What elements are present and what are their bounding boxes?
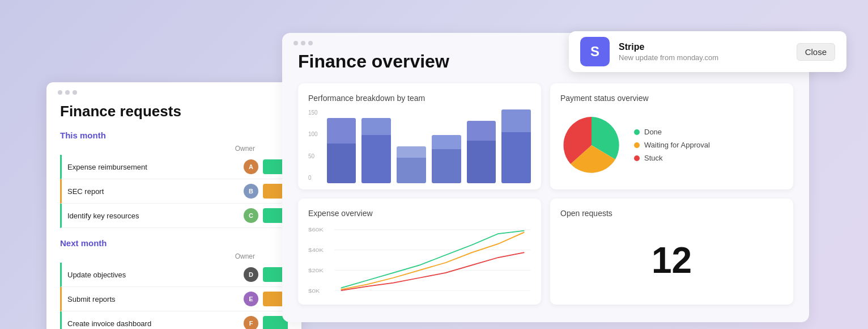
pie-chart [560, 114, 623, 176]
svg-text:$60K: $60K [308, 227, 324, 233]
bar-chart: 0 50 100 150 [308, 109, 531, 180]
overview-grid: Performance breakdown by team 0 50 100 1… [298, 83, 793, 305]
finance-requests-title: Finance requests [60, 103, 288, 120]
open-requests-title: Open requests [560, 209, 783, 218]
avatar: E [244, 292, 258, 306]
open-requests-card: Open requests 12 [550, 199, 793, 305]
stripe-title: Stripe [619, 42, 788, 52]
dot-2 [65, 90, 70, 95]
line-chart-area: $60K $40K $20K $0K [308, 225, 531, 296]
y-label: 100 [308, 131, 318, 137]
task-row[interactable]: Expense reimbursement A [60, 155, 288, 179]
y-label: 0 [308, 175, 318, 181]
y-label: 150 [308, 109, 318, 116]
svg-text:$0K: $0K [308, 288, 320, 294]
bar-group [501, 109, 531, 183]
task-label: Identify key resources [67, 212, 239, 220]
bar-group [397, 146, 426, 183]
bar-group [327, 118, 356, 183]
dot-1 [58, 90, 62, 95]
y-label: 50 [308, 153, 318, 159]
task-row[interactable]: Create invoice dashboard F [60, 311, 288, 329]
payment-status-card: Payment status overview Done [550, 83, 793, 189]
legend-label-done: Done [644, 128, 662, 136]
y-labels: 0 50 100 150 [308, 109, 318, 183]
legend-item-done: Done [634, 128, 710, 136]
task-label: Create invoice dashboard [67, 319, 239, 328]
svg-text:$20K: $20K [308, 268, 324, 273]
stripe-icon-letter: S [590, 44, 599, 60]
dot-3 [308, 41, 313, 45]
bar-group [467, 121, 496, 183]
stripe-text: Stripe New update from monday.com [619, 42, 788, 62]
bar-group [361, 118, 391, 183]
task-row[interactable]: SEC report B [60, 179, 288, 204]
task-label: Update objectives [67, 271, 239, 279]
task-row[interactable]: Submit reports E [60, 287, 288, 311]
finance-overview-panel: Finance overview Performance breakdown b… [282, 33, 809, 322]
line-chart-svg: $60K $40K $20K $0K [308, 225, 531, 296]
panel-window-dots [58, 90, 77, 95]
avatar: F [244, 316, 258, 329]
task-label: Expense reimbursement [67, 163, 239, 171]
dot-2 [301, 41, 305, 45]
task-label: Submit reports [67, 295, 239, 303]
legend: Done Waiting for Approval Stuck [634, 128, 710, 162]
finance-requests-panel: Finance requests This month Owner Expens… [46, 82, 301, 329]
chart-area: 0 50 100 150 [308, 109, 531, 185]
performance-card: Performance breakdown by team 0 50 100 1… [298, 83, 541, 189]
legend-dot-waiting [634, 142, 640, 148]
owner-label-next-month: Owner [60, 252, 288, 260]
dot-1 [293, 41, 298, 45]
stripe-icon: S [580, 37, 610, 66]
expense-overview-card: Expense overview $60K $40K $20K $0K [298, 199, 541, 305]
svg-text:$40K: $40K [308, 247, 324, 253]
task-row[interactable]: Identify key resources C [60, 204, 288, 228]
avatar: D [244, 267, 258, 282]
this-month-label: This month [60, 130, 288, 140]
stripe-subtitle: New update from monday.com [619, 53, 788, 62]
legend-label-stuck: Stuck [644, 154, 663, 162]
avatar: B [244, 184, 258, 199]
stripe-notification: S Stripe New update from monday.com Clos… [569, 31, 846, 72]
expense-overview-title: Expense overview [308, 209, 531, 218]
legend-dot-done [634, 129, 640, 135]
performance-card-title: Performance breakdown by team [308, 94, 531, 103]
open-requests-count: 12 [560, 225, 783, 296]
overview-window-dots [293, 41, 313, 45]
avatar: A [244, 159, 258, 174]
legend-item-stuck: Stuck [634, 154, 710, 162]
bar-group [432, 135, 461, 183]
legend-dot-stuck [634, 155, 640, 161]
legend-item-waiting: Waiting for Approval [634, 141, 710, 149]
task-label: SEC report [67, 187, 239, 196]
avatar: C [244, 208, 258, 223]
owner-label-this-month: Owner [60, 145, 288, 153]
dot-3 [73, 90, 77, 95]
payment-status-title: Payment status overview [560, 94, 783, 103]
stripe-close-button[interactable]: Close [797, 43, 835, 61]
task-row[interactable]: Update objectives D [60, 263, 288, 287]
pie-container: Done Waiting for Approval Stuck [560, 109, 783, 180]
legend-label-waiting: Waiting for Approval [644, 141, 710, 149]
next-month-label: Next month [60, 238, 288, 248]
